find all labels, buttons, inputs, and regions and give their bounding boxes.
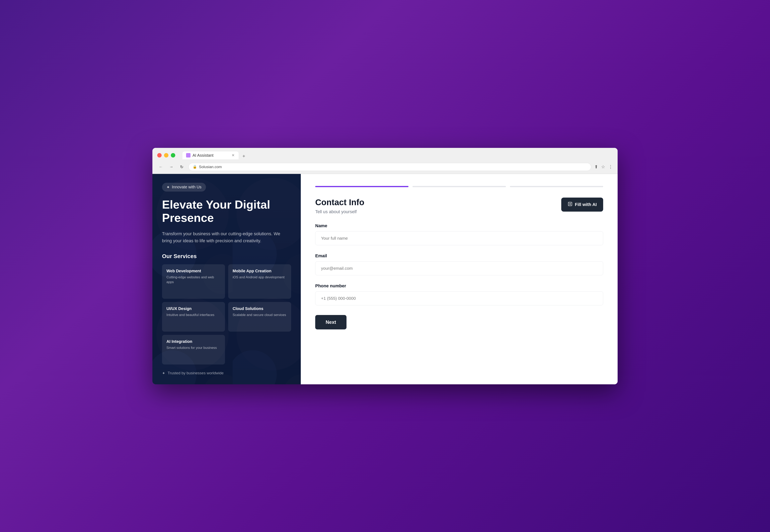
hero-title: Elevate Your Digital Presence [162,198,291,225]
trusted-footer: ✦ Trusted by businesses worldwide [162,371,291,376]
browser-chrome: AI Assistant ✕ + ← → ↻ 🔒 Solusian.com ⬆ … [152,148,618,174]
next-button[interactable]: Next [315,315,346,329]
progress-step-3 [510,186,603,187]
traffic-light-yellow[interactable] [164,153,168,157]
fill-ai-label: Fill with AI [575,202,597,207]
tabs-bar: AI Assistant ✕ + [182,151,613,159]
next-button-label: Next [326,319,336,325]
service-desc: Smart solutions for your business [166,345,220,350]
service-card-mobile-app: Mobile App Creation iOS and Android app … [228,264,291,299]
new-tab-button[interactable]: + [240,153,248,159]
trusted-text: Trusted by businesses worldwide [168,371,223,375]
hero-description: Transform your business with our cutting… [162,230,291,244]
service-name: Cloud Solutions [233,306,287,311]
share-button[interactable]: ⬆ [594,164,598,170]
name-field-group: Name [315,223,603,245]
services-grid: Web Development Cutting-edge websites an… [162,264,291,364]
ai-icon [568,202,573,208]
lock-icon: 🔒 [193,165,197,169]
browser-toolbar: ← → ↻ 🔒 Solusian.com ⬆ ☆ ⋮ [152,161,618,174]
service-card-ai: AI Integration Smart solutions for your … [162,335,225,364]
service-desc: Scalable and secure cloud services [233,313,287,317]
address-bar[interactable]: 🔒 Solusian.com [188,163,591,171]
service-card-cloud: Cloud Solutions Scalable and secure clou… [228,302,291,332]
fill-with-ai-button[interactable]: Fill with AI [561,198,603,212]
phone-field-group: Phone number [315,283,603,305]
form-body: Name Email Phone number Next [315,223,603,372]
email-label: Email [315,253,603,258]
tab-favicon [186,153,190,157]
name-label: Name [315,223,603,228]
back-button[interactable]: ← [157,163,164,171]
service-name: UI/UX Design [166,306,220,311]
service-desc: Cutting-edge websites and web apps [166,275,220,285]
tab-close-button[interactable]: ✕ [231,153,235,157]
refresh-button[interactable]: ↻ [178,163,185,171]
right-panel: Contact Info Tell us about yourself Fill… [301,174,618,384]
traffic-light-red[interactable] [157,153,162,157]
forward-button[interactable]: → [168,163,175,171]
badge-text: Innovate with Us [172,185,201,189]
browser-menu-button[interactable]: ⋮ [608,164,613,170]
innovate-badge: ✦ Innovate with Us [162,183,206,192]
service-desc: iOS and Android app development [233,275,287,280]
progress-bar [315,186,603,187]
form-title-group: Contact Info Tell us about yourself [315,198,364,214]
toolbar-actions: ⬆ ☆ ⋮ [594,164,613,170]
service-card-uiux: UI/UX Design Intuitive and beautiful int… [162,302,225,332]
bookmark-button[interactable]: ☆ [601,164,605,170]
service-card-web-development: Web Development Cutting-edge websites an… [162,264,225,299]
service-name: AI Integration [166,339,220,344]
phone-label: Phone number [315,283,603,289]
sparkle-icon: ✦ [166,185,170,190]
browser-titlebar: AI Assistant ✕ + [152,148,618,161]
tab-label: AI Assistant [192,153,229,158]
trusted-icon: ✦ [162,371,165,376]
form-subtitle: Tell us about yourself [315,209,364,214]
address-bar-url: Solusian.com [199,165,222,169]
service-desc: Intuitive and beautiful interfaces [166,313,220,317]
service-name: Mobile App Creation [233,269,287,273]
browser-window: AI Assistant ✕ + ← → ↻ 🔒 Solusian.com ⬆ … [152,148,618,384]
name-input[interactable] [315,231,603,245]
progress-step-1 [315,186,409,187]
phone-input[interactable] [315,291,603,305]
email-field-group: Email [315,253,603,275]
form-header: Contact Info Tell us about yourself Fill… [315,198,603,214]
progress-step-2 [413,186,506,187]
traffic-light-green[interactable] [171,153,175,157]
form-title: Contact Info [315,198,364,207]
browser-tab-active[interactable]: AI Assistant ✕ [182,151,239,159]
left-panel: ✦ Innovate with Us Elevate Your Digital … [152,174,301,384]
services-title: Our Services [162,253,291,259]
traffic-lights [157,153,175,157]
email-input[interactable] [315,261,603,275]
service-name: Web Development [166,269,220,273]
browser-content: ✦ Innovate with Us Elevate Your Digital … [152,174,618,384]
